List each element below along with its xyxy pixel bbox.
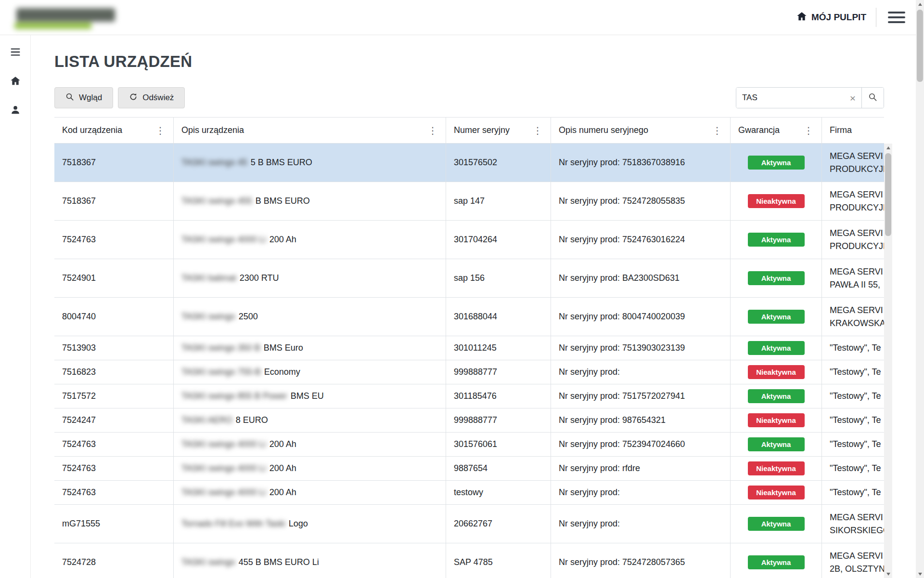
- warranty-cell: Aktywna: [731, 259, 822, 297]
- column-menu-icon[interactable]: ⋮: [530, 125, 545, 136]
- column-header-label: Gwarancja: [738, 125, 780, 135]
- serial-description: Nr seryjny prod: 8004740020039: [559, 312, 685, 322]
- page-scrollbar-thumb[interactable]: [917, 10, 923, 82]
- serial-description: Nr seryjny prod: 7513903023139: [559, 343, 685, 353]
- table-row[interactable]: 7516823 TASKI swingo 755-B Economy 99988…: [54, 360, 884, 384]
- table-row[interactable]: mG71555 Tornado Fill Evo With Taski Logo…: [54, 505, 884, 543]
- device-code: 7524763: [62, 235, 96, 245]
- device-code: 8004740: [62, 312, 96, 322]
- table-scrollbar[interactable]: [884, 144, 892, 578]
- device-code: 7524763: [62, 463, 96, 473]
- device-code-cell: 7518367: [54, 182, 174, 220]
- serial-description-cell: Nr seryjny prod: rfdre: [551, 457, 731, 480]
- column-header[interactable]: Opis numeru seryjnego ⋮: [551, 118, 731, 143]
- table-row[interactable]: 7518367 TASKI swingo 455 B BMS EURO sap …: [54, 182, 884, 221]
- warranty-cell: Aktywna: [731, 384, 822, 408]
- table-row[interactable]: 8004740 TASKI swingo 2500 301688044 Nr s…: [54, 298, 884, 336]
- company-line-1: MEGA SERVI: [830, 227, 883, 240]
- my-dashboard-label: MÓJ PULPIT: [811, 12, 866, 23]
- column-header-label: Opis numeru seryjnego: [559, 125, 648, 135]
- serial-description: Nr seryjny prod:: [559, 367, 620, 377]
- device-code: 7524763: [62, 487, 96, 498]
- company-line-1: MEGA SERVI: [830, 550, 883, 563]
- device-code-cell: mG71555: [54, 505, 174, 543]
- column-menu-icon[interactable]: ⋮: [153, 125, 167, 136]
- serial-description: Nr seryjny prod:: [559, 487, 620, 498]
- sidebar-item-home[interactable]: [5, 71, 26, 92]
- warranty-cell: Nieaktywna: [731, 457, 822, 480]
- column-header[interactable]: Kod urządzenia ⋮: [54, 118, 174, 143]
- page-scroll-up-arrow[interactable]: [916, 0, 924, 8]
- table-scrollbar-thumb[interactable]: [885, 153, 891, 236]
- table-row[interactable]: 7524763 TASKI swingo 4000 Li 200 Ah 9887…: [54, 457, 884, 481]
- home-icon: [10, 76, 21, 88]
- column-menu-icon[interactable]: ⋮: [801, 125, 816, 136]
- table-row[interactable]: 7524728 TASKI swingo 455 B BMS EURO Li S…: [54, 543, 884, 578]
- serial-number-cell: sap 147: [446, 182, 551, 220]
- device-description: 2300 RTU: [240, 273, 279, 283]
- device-description-cell: TASKI swingo 45 5 B BMS EURO: [174, 144, 446, 182]
- company-cell: MEGA SERVI KRAKOWSKA: [822, 298, 884, 336]
- serial-description-cell: Nr seryjny prod: 7524728055835: [551, 182, 731, 220]
- device-code-cell: 7524728: [54, 543, 174, 578]
- sidebar-menu-toggle[interactable]: [5, 42, 26, 63]
- search-button[interactable]: [861, 88, 884, 108]
- warranty-badge: Nieaktywna: [748, 461, 805, 475]
- serial-number-cell: 301185476: [446, 384, 551, 408]
- home-icon: [796, 11, 807, 24]
- main-content: LISTA URZĄDZEŃ Wgląd Odśwież ×: [31, 35, 916, 578]
- serial-description-cell: Nr seryjny prod: 7513903023139: [551, 336, 731, 360]
- table-row[interactable]: 7524247 TASKI AERO 8 EURO 999888777 Nr s…: [54, 408, 884, 433]
- table-scroll-down-arrow[interactable]: [884, 570, 892, 578]
- device-code-cell: 7518367: [54, 144, 174, 182]
- warranty-badge: Nieaktywna: [748, 413, 805, 427]
- serial-number-cell: 301576502: [446, 144, 551, 182]
- column-header[interactable]: Opis urządzenia ⋮: [174, 118, 446, 143]
- column-header[interactable]: Gwarancja ⋮: [731, 118, 822, 143]
- clear-search-button[interactable]: ×: [847, 92, 859, 104]
- page-scroll-down-arrow[interactable]: [916, 570, 924, 578]
- device-code-cell: 7524763: [54, 433, 174, 456]
- table-row[interactable]: 7518367 TASKI swingo 45 5 B BMS EURO 301…: [54, 144, 884, 182]
- table-row[interactable]: 7524763 TASKI swingo 4000 Li 200 Ah 3015…: [54, 433, 884, 457]
- serial-number-cell: 999888777: [446, 408, 551, 432]
- table-row[interactable]: 7524901 TASKI balimat 2300 RTU sap 156 N…: [54, 259, 884, 298]
- refresh-button[interactable]: Odśwież: [118, 87, 185, 108]
- sidebar-item-user[interactable]: [5, 100, 26, 121]
- table-row[interactable]: 7524763 TASKI swingo 4000 Li 200 Ah 3017…: [54, 221, 884, 259]
- device-description: 5 B BMS EURO: [251, 158, 312, 168]
- warranty-cell: Nieaktywna: [731, 481, 822, 504]
- serial-number-cell: 301011245: [446, 336, 551, 360]
- column-menu-icon[interactable]: ⋮: [425, 125, 440, 136]
- serial-number: sap 156: [454, 273, 485, 283]
- device-description: 200 Ah: [270, 235, 296, 245]
- column-header[interactable]: Firma: [822, 118, 884, 143]
- serial-description-cell: Nr seryjny prod: 7524728057365: [551, 543, 731, 578]
- device-description: 8 EURO: [236, 415, 268, 425]
- blurred-text: Tornado Fill Evo With Taski: [181, 519, 285, 529]
- logo[interactable]: [10, 5, 130, 30]
- my-dashboard-link[interactable]: MÓJ PULPIT: [796, 11, 866, 24]
- column-menu-icon[interactable]: ⋮: [710, 125, 724, 136]
- warranty-badge: Aktywna: [748, 341, 805, 355]
- table-row[interactable]: 7524763 TASKI swingo 4000 Li 200 Ah test…: [54, 481, 884, 505]
- table-row[interactable]: 7517572 TASKI swingo 855 B Power BMS EU …: [54, 384, 884, 408]
- device-code: 7517572: [62, 391, 96, 401]
- table-row[interactable]: 7513903 TASKI swingo 350 B BMS Euro 3010…: [54, 336, 884, 360]
- blurred-text: TASKI swingo 4000 Li: [181, 235, 266, 245]
- serial-number: 301576502: [454, 158, 497, 168]
- inspect-button[interactable]: Wgląd: [54, 87, 113, 108]
- serial-number-cell: 301688044: [446, 298, 551, 336]
- column-header[interactable]: Numer seryjny ⋮: [446, 118, 551, 143]
- topbar-menu-button[interactable]: [886, 9, 907, 26]
- blurred-text: TASKI swingo 855 B Power: [181, 391, 287, 401]
- warranty-badge: Aktywna: [748, 310, 805, 324]
- page-title: LISTA URZĄDZEŃ: [54, 52, 916, 72]
- device-description-cell: TASKI swingo 455 B BMS EURO: [174, 182, 446, 220]
- search-input[interactable]: [736, 88, 861, 108]
- column-header-label: Kod urządzenia: [62, 125, 122, 135]
- serial-number: 301576061: [454, 439, 497, 449]
- table-scroll-up-arrow[interactable]: [884, 144, 892, 152]
- device-description-cell: TASKI swingo 4000 Li 200 Ah: [174, 221, 446, 259]
- page-scrollbar[interactable]: [916, 0, 924, 578]
